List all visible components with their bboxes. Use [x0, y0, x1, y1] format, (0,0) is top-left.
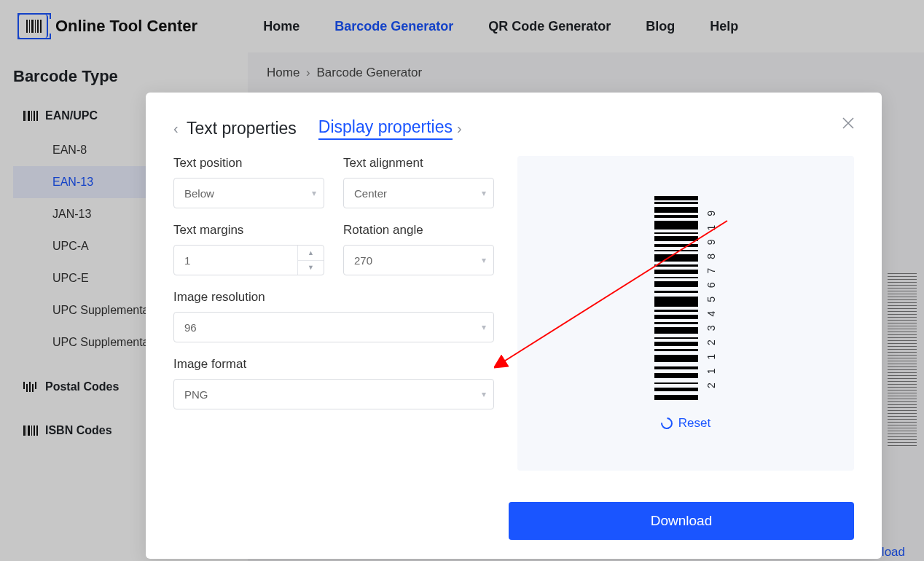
breadcrumb-current: Barcode Generator: [317, 66, 423, 79]
select-value: 96: [184, 321, 197, 334]
select-value: PNG: [184, 388, 208, 401]
barcode-icon: [23, 425, 38, 436]
barcode-icon: [23, 111, 38, 121]
background-barcode-preview: [888, 271, 917, 446]
chevron-down-icon: ▾: [482, 188, 486, 198]
barcode-image: 2 1 1 2 3 4 5 6 7 8 9 1 9: [654, 196, 717, 400]
chevron-down-icon: ▾: [482, 389, 486, 399]
barcode-icon: [23, 382, 38, 392]
settings-form: Text position Below ▾ Text alignment Cen…: [173, 156, 494, 471]
chevron-left-icon: ‹: [173, 120, 182, 137]
select-value: 270: [354, 254, 372, 267]
chevron-down-icon: ▾: [482, 322, 486, 332]
reset-icon: [659, 415, 676, 432]
chevron-right-icon: ›: [306, 66, 310, 79]
reset-label: Reset: [678, 416, 710, 431]
close-button[interactable]: [839, 114, 857, 132]
settings-modal: ‹ Text properties Display properties › T…: [146, 93, 882, 559]
breadcrumb: Home › Barcode Generator: [267, 66, 905, 80]
nav-qr-code-generator[interactable]: QR Code Generator: [488, 19, 611, 34]
select-text-position[interactable]: Below ▾: [173, 178, 324, 208]
label-text-alignment: Text alignment: [343, 156, 494, 170]
reset-button[interactable]: Reset: [661, 416, 710, 431]
background-download-text: load: [882, 545, 905, 560]
sidebar-title: Barcode Type: [13, 67, 242, 86]
tab-label: Display properties: [318, 117, 453, 140]
stepper-up[interactable]: ▲: [298, 246, 324, 261]
barcode-logo-icon: [17, 15, 48, 38]
input-value: 1: [184, 254, 190, 267]
nav-barcode-generator[interactable]: Barcode Generator: [334, 19, 453, 34]
chevron-down-icon: ▾: [482, 255, 486, 265]
label-text-position: Text position: [173, 156, 324, 170]
top-nav: Online Tool Center Home Barcode Generato…: [0, 0, 924, 52]
tab-display-properties[interactable]: Display properties ›: [318, 117, 466, 140]
nav-blog[interactable]: Blog: [646, 19, 675, 34]
chevron-down-icon: ▾: [312, 188, 316, 198]
select-rotation-angle[interactable]: 270 ▾: [343, 245, 494, 275]
sidebar-group-label: ISBN Codes: [45, 424, 112, 437]
sidebar-group-label: EAN/UPC: [45, 109, 98, 122]
select-image-format[interactable]: PNG ▾: [173, 379, 494, 409]
tab-label: Text properties: [187, 119, 297, 138]
input-text-margins[interactable]: 1 ▲ ▼: [173, 245, 324, 275]
label-rotation-angle: Rotation angle: [343, 223, 494, 238]
select-value: Below: [184, 187, 214, 200]
sidebar-group-label: Postal Codes: [45, 380, 119, 393]
brand-logo[interactable]: Online Tool Center: [17, 15, 197, 38]
download-button[interactable]: Download: [509, 502, 854, 540]
label-image-format: Image format: [173, 357, 494, 372]
stepper-down[interactable]: ▼: [298, 261, 324, 275]
label-text-margins: Text margins: [173, 223, 324, 238]
nav-home[interactable]: Home: [263, 19, 299, 34]
tab-text-properties[interactable]: ‹ Text properties: [173, 119, 297, 138]
select-value: Center: [354, 187, 387, 200]
select-image-resolution[interactable]: 96 ▾: [173, 312, 494, 342]
breadcrumb-home[interactable]: Home: [267, 66, 299, 79]
brand-name: Online Tool Center: [55, 17, 197, 36]
select-text-alignment[interactable]: Center ▾: [343, 178, 494, 208]
label-image-resolution: Image resolution: [173, 290, 494, 305]
chevron-right-icon: ›: [457, 120, 466, 137]
barcode-preview: 2 1 1 2 3 4 5 6 7 8 9 1 9 Reset: [517, 156, 854, 471]
nav-help[interactable]: Help: [710, 19, 738, 34]
barcode-stripes: [654, 196, 698, 400]
close-icon: [839, 114, 857, 132]
barcode-digits: 2 1 1 2 3 4 5 6 7 8 9 1 9: [705, 208, 717, 388]
